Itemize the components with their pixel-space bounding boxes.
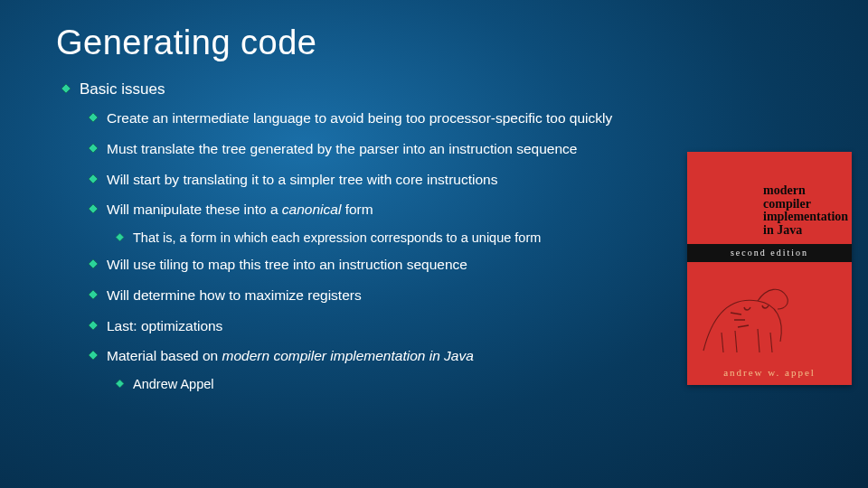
bullet-text: Must translate the tree generated by the… [107, 140, 577, 158]
slide-title: Generating code [0, 0, 868, 62]
svg-marker-4 [89, 204, 98, 213]
list-item: Will use tiling to map this tree into an… [89, 256, 633, 274]
bullet-subsublist: Andrew Appel [116, 376, 633, 393]
list-item: Last: optimizations [89, 317, 633, 335]
book-edition: second edition [687, 244, 852, 262]
diamond-icon [61, 84, 71, 93]
svg-marker-6 [89, 259, 98, 268]
svg-marker-3 [89, 174, 98, 183]
list-item: Will determine how to maximize registers [89, 286, 633, 305]
svg-marker-5 [116, 233, 124, 241]
list-item: Must translate the tree generated by the… [89, 140, 633, 158]
bullet-sublist: Create an intermediate language to avoid… [89, 109, 633, 393]
diamond-icon [89, 351, 98, 360]
svg-marker-10 [116, 380, 124, 388]
list-item: Material based on modern compiler implem… [89, 347, 633, 365]
diamond-icon [116, 233, 124, 241]
diamond-icon [89, 290, 98, 299]
list-item: Will start by translating it to a simple… [89, 171, 633, 189]
diamond-icon [89, 321, 98, 330]
bullet-text: That is, a form in which each expression… [133, 230, 541, 247]
svg-marker-1 [89, 113, 98, 122]
slide-content: Basic issues Create an intermediate lang… [0, 62, 633, 393]
diamond-icon [89, 113, 98, 122]
list-item: Andrew Appel [116, 376, 633, 393]
diamond-icon [89, 144, 98, 153]
book-cover: moderncompilerimplementationin Java seco… [687, 152, 852, 385]
list-item: Create an intermediate language to avoid… [89, 109, 633, 127]
book-title: moderncompilerimplementationin Java [763, 184, 848, 238]
diamond-icon [89, 174, 98, 183]
diamond-icon [89, 204, 98, 213]
book-author: andrew w. appel [687, 367, 852, 378]
list-item: That is, a form in which each expression… [116, 230, 633, 247]
svg-marker-2 [89, 144, 98, 153]
bullet-text: Last: optimizations [107, 317, 222, 335]
bullet-text: Basic issues [80, 80, 165, 99]
bullet-text: Will use tiling to map this tree into an… [107, 256, 467, 274]
bullet-text: Will manipulate these into a canonical f… [107, 201, 373, 219]
svg-marker-0 [61, 84, 71, 93]
bullet-text: Andrew Appel [133, 376, 213, 393]
bullet-text: Will determine how to maximize registers [107, 286, 362, 305]
list-item: Will manipulate these into a canonical f… [89, 201, 633, 219]
svg-marker-8 [89, 321, 98, 330]
bullet-text: Material based on modern compiler implem… [107, 347, 474, 365]
diamond-icon [89, 259, 98, 268]
bullet-subsublist: That is, a form in which each expression… [116, 230, 633, 247]
bullet-text: Create an intermediate language to avoid… [107, 109, 612, 127]
svg-marker-9 [89, 351, 98, 360]
bullet-l1: Basic issues [61, 80, 633, 99]
svg-marker-7 [89, 290, 98, 299]
bullet-text: Will start by translating it to a simple… [107, 171, 497, 189]
tiger-illustration [694, 269, 803, 360]
diamond-icon [116, 380, 124, 388]
